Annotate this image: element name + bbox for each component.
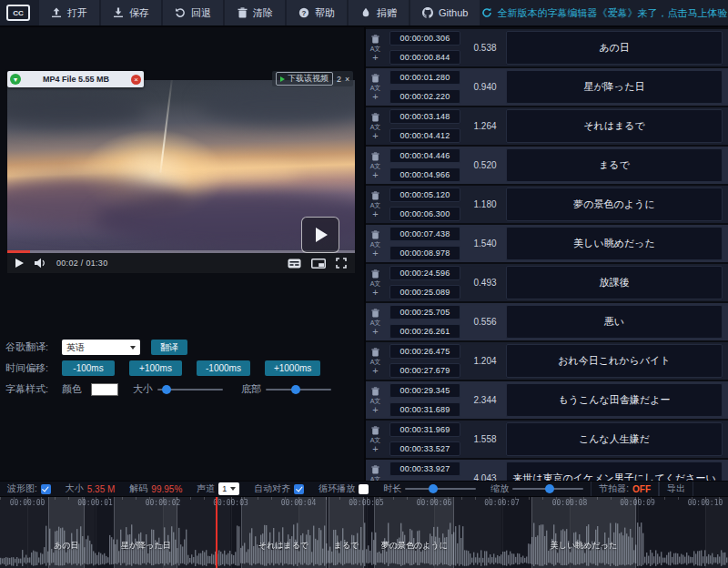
- subtitle-block[interactable]: あの日: [48, 497, 85, 568]
- translate-row-icon[interactable]: A文: [370, 398, 381, 404]
- start-time-input[interactable]: 00:00:29.345: [389, 383, 460, 398]
- subtitle-block[interactable]: まるで: [329, 497, 364, 568]
- subtitle-block[interactable]: 美しい眺めだった: [531, 497, 636, 568]
- start-time-input[interactable]: 00:00:25.705: [389, 305, 460, 320]
- auto-align-checkbox[interactable]: [294, 484, 304, 494]
- subtitle-text-input[interactable]: 来世は東京のイケメン男子にしてくださーい: [506, 462, 723, 481]
- translate-row-icon[interactable]: A文: [370, 202, 381, 208]
- delete-icon[interactable]: [371, 426, 379, 435]
- color-swatch[interactable]: [91, 383, 118, 396]
- subtitle-text-input[interactable]: 夢の景色のように: [506, 188, 723, 221]
- subtitle-block[interactable]: それはまるで: [241, 497, 327, 568]
- end-time-input[interactable]: 00:00:27.679: [389, 363, 460, 378]
- translate-row-icon[interactable]: A文: [370, 359, 381, 365]
- download-video-button[interactable]: 下载该视频: [276, 72, 333, 86]
- insert-icon[interactable]: +: [372, 171, 378, 179]
- start-time-input[interactable]: 00:00:26.475: [389, 344, 460, 359]
- subtitle-text-input[interactable]: 星が降った日: [506, 70, 723, 104]
- announcement-link[interactable]: 全新版本的字幕编辑器《爱幕》来了，点击马上体验: [481, 6, 727, 20]
- delete-icon[interactable]: [371, 269, 379, 279]
- end-time-input[interactable]: 00:00:00.844: [389, 50, 460, 65]
- translate-language-select[interactable]: 英语: [62, 340, 140, 355]
- file-badge[interactable]: ▾ MP4 File 5.55 MB ×: [7, 71, 144, 87]
- insert-icon[interactable]: +: [372, 289, 378, 297]
- metronome-value[interactable]: OFF: [632, 484, 651, 494]
- subtitle-text-input[interactable]: こんな人生嫌だ: [506, 422, 723, 456]
- volume-icon[interactable]: [34, 258, 46, 269]
- github-button[interactable]: Github: [410, 0, 480, 25]
- translate-row-icon[interactable]: A文: [370, 85, 381, 91]
- translate-row-icon[interactable]: A文: [370, 280, 381, 287]
- pip-icon[interactable]: [311, 259, 326, 269]
- insert-icon[interactable]: +: [372, 210, 378, 218]
- fullscreen-icon[interactable]: [336, 258, 347, 269]
- translate-row-icon[interactable]: A文: [370, 320, 381, 326]
- delete-icon[interactable]: [371, 74, 379, 83]
- subtitle-text-input[interactable]: それはまるで: [506, 109, 723, 143]
- start-time-input[interactable]: 00:00:05.120: [389, 188, 460, 202]
- subtitle-block[interactable]: 夢の景色のように: [374, 497, 454, 568]
- insert-icon[interactable]: +: [372, 367, 378, 375]
- download-close-icon[interactable]: ×: [345, 75, 349, 84]
- subtitle-text-input[interactable]: 美しい眺めだった: [506, 227, 723, 260]
- captions-icon[interactable]: [288, 259, 301, 269]
- play-button[interactable]: [15, 259, 24, 268]
- start-time-input[interactable]: 00:00:31.969: [389, 422, 460, 437]
- close-icon[interactable]: ×: [131, 75, 141, 85]
- start-time-input[interactable]: 00:00:03.148: [389, 109, 460, 124]
- end-time-input[interactable]: 00:00:26.261: [389, 324, 460, 339]
- delete-icon[interactable]: [371, 113, 379, 122]
- big-play-button[interactable]: [301, 217, 339, 253]
- start-time-input[interactable]: 00:00:07.438: [389, 227, 460, 241]
- undo-button[interactable]: 回退: [163, 0, 223, 25]
- delete-icon[interactable]: [371, 191, 379, 200]
- end-time-input[interactable]: 00:00:04.966: [389, 167, 460, 182]
- save-button[interactable]: 保存: [101, 0, 161, 25]
- delete-icon[interactable]: [371, 309, 379, 318]
- start-time-input[interactable]: 00:00:33.927: [389, 462, 460, 476]
- end-time-input[interactable]: 00:00:25.089: [389, 285, 460, 299]
- start-time-input[interactable]: 00:00:04.446: [389, 148, 460, 163]
- delete-icon[interactable]: [371, 152, 379, 161]
- offset-minus-1000ms-button[interactable]: -1000ms: [197, 360, 250, 376]
- subtitle-block[interactable]: 星が降った日: [114, 497, 177, 568]
- offset-plus-1000ms-button[interactable]: +1000ms: [265, 360, 320, 376]
- delete-icon[interactable]: [371, 387, 379, 396]
- delete-icon[interactable]: [371, 230, 379, 239]
- translate-row-icon[interactable]: A文: [370, 124, 381, 130]
- end-time-input[interactable]: 00:00:06.300: [389, 207, 460, 221]
- export-button[interactable]: 导出: [667, 482, 685, 495]
- insert-icon[interactable]: +: [372, 406, 378, 414]
- translate-row-icon[interactable]: A文: [370, 437, 381, 443]
- subtitle-text-input[interactable]: あの日: [506, 31, 723, 65]
- start-time-input[interactable]: 00:00:00.306: [389, 31, 460, 46]
- translate-button[interactable]: 翻译: [151, 340, 187, 355]
- subtitle-text-input[interactable]: おれ今日これからバイト: [506, 344, 723, 378]
- translate-row-icon[interactable]: A文: [370, 46, 381, 52]
- open-button[interactable]: 打开: [39, 0, 99, 25]
- start-time-input[interactable]: 00:00:01.280: [389, 70, 460, 85]
- subtitle-text-input[interactable]: もうこんな田舎嫌だよー: [506, 383, 723, 417]
- help-button[interactable]: ? 帮助: [287, 0, 347, 25]
- subtitle-text-input[interactable]: 放課後: [506, 266, 723, 299]
- playhead[interactable]: [216, 497, 217, 568]
- download-overlay[interactable]: 下载该视频 2 ×: [272, 71, 353, 86]
- delete-icon[interactable]: [371, 465, 379, 474]
- translate-row-icon[interactable]: A文: [370, 163, 381, 169]
- end-time-input[interactable]: 00:00:31.689: [389, 402, 460, 417]
- subtitle-text-input[interactable]: まるで: [506, 148, 723, 182]
- end-time-input[interactable]: 00:00:33.527: [389, 441, 460, 456]
- channel-select[interactable]: 1: [218, 482, 239, 495]
- bottom-slider[interactable]: [266, 389, 331, 390]
- insert-icon[interactable]: +: [372, 54, 378, 62]
- size-slider[interactable]: [157, 389, 223, 390]
- insert-icon[interactable]: +: [372, 328, 378, 336]
- clear-button[interactable]: 清除: [225, 0, 285, 25]
- offset-minus-100ms-button[interactable]: -100ms: [62, 360, 115, 376]
- insert-icon[interactable]: +: [372, 249, 378, 258]
- insert-icon[interactable]: +: [372, 93, 378, 101]
- donate-button[interactable]: 捐赠: [349, 0, 409, 25]
- waveform-checkbox[interactable]: [41, 484, 51, 494]
- start-time-input[interactable]: 00:00:24.596: [389, 266, 460, 280]
- delete-icon[interactable]: [371, 35, 379, 44]
